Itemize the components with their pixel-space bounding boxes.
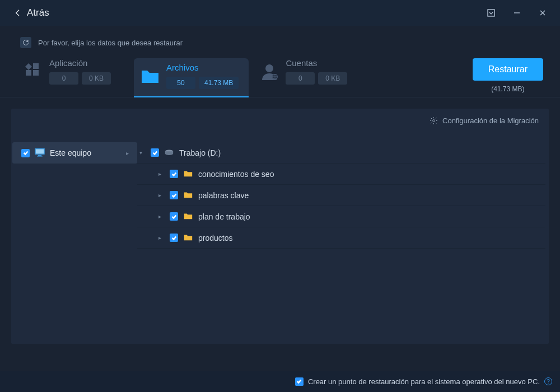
instruction-text: Por favor, elija los datos que desea res… — [38, 39, 183, 47]
close-button[interactable] — [530, 0, 556, 26]
bottom-bar: Crear un punto de restauración para el s… — [0, 371, 560, 392]
tree-folder-label: productos — [198, 234, 232, 242]
bottom-text: Crear un punto de restauración para el s… — [308, 377, 540, 386]
folder-small-icon — [184, 192, 193, 199]
minimize-button[interactable] — [504, 0, 530, 26]
drive-icon — [165, 149, 174, 157]
source-this-pc-label: Este equipo — [50, 148, 122, 157]
svg-rect-6 — [33, 63, 39, 69]
help-icon[interactable]: ? — [544, 377, 552, 385]
refresh-icon — [20, 37, 31, 48]
checkbox-folder[interactable] — [170, 234, 178, 242]
close-icon — [539, 9, 547, 17]
category-bar: Aplicación 0 0 KB Archivos 50 41.73 MB C… — [0, 53, 560, 97]
tree-column: ▾ Trabajo (D:) ▸conocimientos de seo▸pal… — [137, 142, 549, 344]
category-files-count: 50 — [166, 77, 195, 89]
category-application[interactable]: Aplicación 0 0 KB — [22, 58, 137, 92]
dropdown-window-button[interactable] — [478, 0, 504, 26]
tree-drive-label: Trabajo (D:) — [179, 148, 221, 157]
back-arrow-icon — [13, 8, 22, 17]
instruction-bar: Por favor, elija los datos que desea res… — [0, 32, 560, 53]
checkbox-this-pc[interactable] — [21, 149, 30, 157]
category-files-size: 41.73 MB — [199, 77, 239, 89]
source-column: Este equipo ▸ — [11, 142, 137, 344]
caret-collapsed-icon: ▸ — [158, 192, 164, 198]
svg-point-8 — [265, 64, 273, 72]
tree-drive-row[interactable]: ▾ Trabajo (D:) — [137, 142, 545, 164]
migration-config-link[interactable]: Configuración de la Migración — [430, 116, 539, 125]
minimize-icon — [513, 9, 521, 17]
gear-icon — [430, 116, 438, 125]
tree-folder-row[interactable]: ▸palabras clave — [137, 185, 545, 206]
monitor-icon — [34, 148, 45, 158]
file-panel: Configuración de la Migración Este equip… — [11, 109, 549, 344]
folder-small-icon — [184, 234, 193, 242]
svg-rect-0 — [488, 10, 494, 16]
checkbox-restore-point[interactable] — [295, 377, 304, 386]
category-files[interactable]: Archivos 50 41.73 MB — [134, 58, 249, 97]
svg-rect-16 — [38, 155, 41, 156]
tree-folder-row[interactable]: ▸productos — [137, 227, 545, 249]
chevron-down-box-icon — [487, 9, 495, 17]
caret-expanded-icon: ▾ — [139, 150, 145, 156]
tree-folder-label: plan de trabajo — [198, 212, 250, 221]
checkbox-folder[interactable] — [170, 170, 178, 178]
tree-folder-label: conocimientos de seo — [198, 170, 274, 179]
category-accounts-count: 0 — [286, 72, 315, 85]
restore-button[interactable]: Restaurar — [473, 58, 543, 81]
svg-rect-4 — [26, 70, 31, 76]
svg-rect-5 — [33, 70, 39, 76]
restore-total-size: (41.73 MB) — [473, 85, 543, 93]
chevron-right-icon: ▸ — [126, 150, 132, 156]
svg-rect-15 — [36, 149, 44, 153]
caret-collapsed-icon: ▸ — [158, 171, 164, 177]
svg-rect-17 — [37, 156, 43, 156]
category-accounts-size: 0 KB — [318, 72, 347, 85]
category-application-count: 0 — [49, 72, 78, 85]
title-bar: Atrás — [0, 0, 560, 26]
category-application-size: 0 KB — [82, 72, 111, 85]
tree-folder-row[interactable]: ▸conocimientos de seo — [137, 164, 545, 185]
category-files-label: Archivos — [166, 63, 239, 72]
folder-small-icon — [184, 213, 193, 221]
checkbox-folder[interactable] — [170, 212, 178, 221]
checkbox-drive[interactable] — [151, 148, 159, 157]
category-accounts-label: Cuentas — [286, 58, 347, 68]
svg-marker-7 — [25, 63, 32, 70]
folder-icon — [139, 66, 161, 87]
tree-folder-row[interactable]: ▸plan de trabajo — [137, 206, 545, 227]
account-icon — [259, 61, 280, 82]
folder-small-icon — [184, 170, 193, 178]
category-application-label: Aplicación — [49, 58, 111, 68]
apps-icon — [22, 61, 44, 82]
source-this-pc[interactable]: Este equipo ▸ — [12, 142, 137, 164]
svg-point-13 — [433, 120, 435, 122]
migration-config-label: Configuración de la Migración — [442, 116, 539, 125]
caret-collapsed-icon: ▸ — [158, 235, 164, 241]
back-button[interactable]: Atrás — [13, 7, 49, 18]
checkbox-folder[interactable] — [170, 191, 178, 199]
category-accounts[interactable]: Cuentas 0 0 KB — [259, 58, 374, 92]
back-label: Atrás — [27, 7, 49, 18]
tree-folder-label: palabras clave — [198, 191, 249, 200]
caret-collapsed-icon: ▸ — [158, 213, 164, 220]
